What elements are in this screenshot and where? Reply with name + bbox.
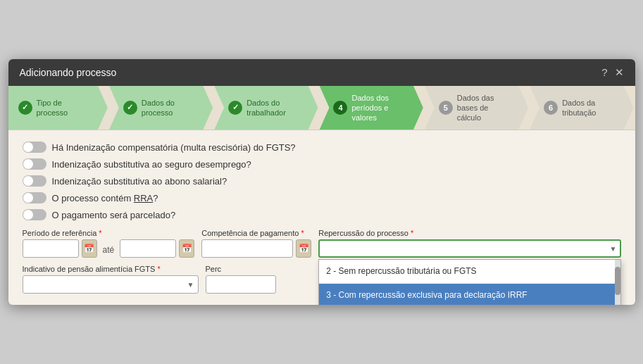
- toggle-seguro[interactable]: [23, 158, 46, 170]
- toggle-seguro-label: Indenização substitutiva ao seguro desem…: [52, 159, 251, 170]
- step-5-label: Dados dasbases decálculo: [457, 93, 494, 123]
- dropdown-scrollbar[interactable]: [615, 260, 620, 305]
- toggle-fgts[interactable]: [23, 142, 46, 153]
- perc-label: Perc: [206, 265, 290, 273]
- pensao-label: Indicativo de pensão alimentícia FGTS *: [23, 265, 199, 273]
- step-6[interactable]: 6 Dados datributação: [530, 86, 633, 130]
- modal-header: Adicionando processo ? ✕: [8, 59, 635, 86]
- toggle-row-5: O pagamento será parcelado?: [23, 209, 621, 220]
- periodo-from-input[interactable]: [23, 239, 79, 258]
- toggle-parcelado[interactable]: [23, 209, 46, 220]
- step-4[interactable]: 4 Dados dosperíodos evalores: [319, 86, 423, 130]
- rra-link[interactable]: RRA: [134, 193, 153, 203]
- periodo-referencia-group: Período de referência * 📅 até 📅: [23, 229, 195, 258]
- periodo-referencia-label: Período de referência *: [23, 229, 195, 237]
- toggle-row-3: Indenização substitutiva ao abono salari…: [23, 175, 621, 187]
- repercussao-field: Repercussão do processo * ▼ 2 - Sem repe…: [318, 229, 620, 258]
- step-3-label: Dados dotrabalhador: [246, 98, 286, 118]
- pensao-select[interactable]: [23, 275, 199, 294]
- periodo-from-calendar-btn[interactable]: 📅: [82, 239, 97, 258]
- pensao-group: Indicativo de pensão alimentícia FGTS * …: [23, 265, 199, 294]
- step-1-label: Tipo deprocesso: [37, 98, 68, 118]
- step-5[interactable]: 5 Dados dasbases decálculo: [425, 86, 528, 130]
- step-1-icon: ✓: [18, 101, 32, 115]
- competencia-label: Competência de pagamento *: [201, 229, 311, 237]
- toggle-row-2: Indenização substitutiva ao seguro desem…: [23, 158, 621, 170]
- toggle-fgts-label: Há Indenização compensatória (multa resc…: [52, 142, 296, 153]
- perc-input[interactable]: [206, 275, 276, 294]
- toggle-abono-label: Indenização substitutiva ao abono salari…: [52, 176, 227, 187]
- toggle-parcelado-label: O pagamento será parcelado?: [52, 210, 176, 220]
- competencia-calendar-btn[interactable]: 📅: [296, 239, 311, 258]
- repercussao-dropdown-arrow: ▼: [610, 245, 617, 253]
- step-2-icon: ✓: [123, 101, 137, 115]
- modal-title: Adicionando processo: [20, 67, 117, 78]
- dropdown-option-2[interactable]: 2 - Sem repercussão tributária ou FGTS: [319, 260, 620, 284]
- step-6-icon: 6: [544, 101, 558, 115]
- close-icon[interactable]: ✕: [615, 66, 624, 79]
- dropdown-option-3[interactable]: 3 - Com repercussão exclusiva para decla…: [319, 284, 620, 305]
- perc-group: Perc: [206, 265, 290, 294]
- periodo-to-calendar-btn[interactable]: 📅: [179, 239, 194, 258]
- step-1[interactable]: ✓ Tipo deprocesso: [8, 86, 108, 130]
- periodo-to-input[interactable]: [120, 239, 176, 258]
- step-2[interactable]: ✓ Dados doprocesso: [109, 86, 213, 130]
- step-2-label: Dados doprocesso: [142, 98, 175, 118]
- pensao-dropdown-wrapper: ▼: [23, 275, 199, 294]
- stepper: ✓ Tipo deprocesso ✓ Dados doprocesso ✓ D…: [8, 86, 635, 131]
- modal: Adicionando processo ? ✕ ✓ Tipo deproces…: [8, 59, 635, 306]
- step-3-icon: ✓: [228, 101, 242, 115]
- ate-label: até: [100, 242, 118, 255]
- repercussao-input[interactable]: [318, 239, 620, 258]
- modal-header-actions: ? ✕: [601, 66, 623, 79]
- toggle-rra[interactable]: [23, 192, 46, 203]
- modal-content: Há Indenização compensatória (multa resc…: [8, 130, 635, 305]
- repercussao-input-row: ▼ 2 - Sem repercussão tributária ou FGTS…: [318, 239, 620, 258]
- periodo-referencia-inputs: 📅 até 📅: [23, 239, 195, 258]
- repercussao-label: Repercussão do processo *: [318, 229, 620, 237]
- step-3[interactable]: ✓ Dados dotrabalhador: [214, 86, 318, 130]
- competencia-input[interactable]: [201, 239, 293, 258]
- dropdown-scrollbar-thumb: [615, 267, 620, 295]
- toggle-row-4: O processo contém RRA?: [23, 192, 621, 203]
- form-row-1: Período de referência * 📅 até 📅 Competên…: [23, 229, 621, 258]
- step-6-label: Dados datributação: [562, 98, 596, 118]
- repercussao-dropdown-list: 2 - Sem repercussão tributária ou FGTS 3…: [318, 259, 620, 305]
- step-5-icon: 5: [439, 101, 453, 115]
- help-icon[interactable]: ?: [601, 66, 607, 79]
- toggle-rra-label: O processo contém RRA?: [52, 193, 158, 203]
- toggle-row-1: Há Indenização compensatória (multa resc…: [23, 142, 621, 153]
- toggle-abono[interactable]: [23, 175, 46, 187]
- step-4-icon: 4: [333, 101, 347, 115]
- step-4-label: Dados dosperíodos evalores: [351, 93, 389, 123]
- competencia-inputs: 📅: [201, 239, 311, 258]
- competencia-group: Competência de pagamento * 📅: [201, 229, 311, 258]
